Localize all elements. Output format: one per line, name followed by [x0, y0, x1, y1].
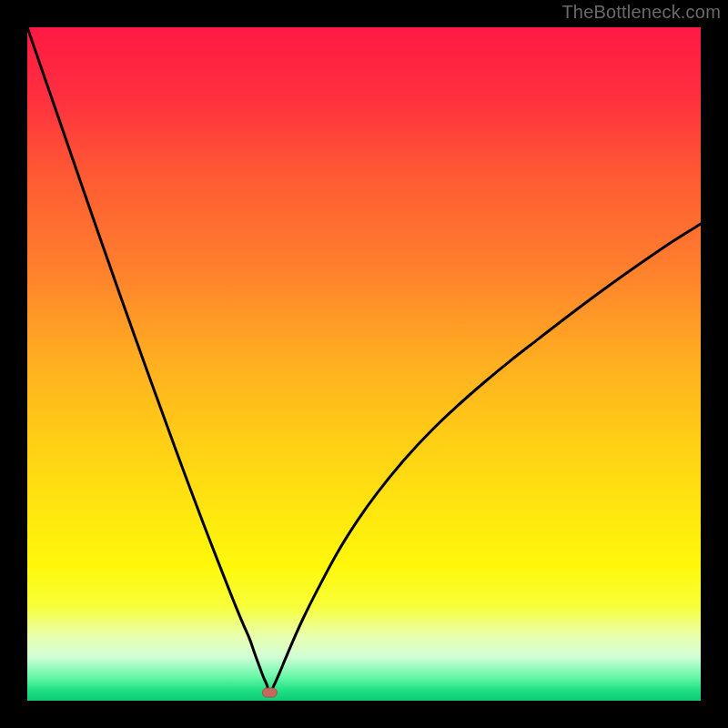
chart-frame: TheBottleneck.com: [0, 0, 728, 728]
plot-area: [27, 27, 701, 701]
watermark-text: TheBottleneck.com: [561, 2, 721, 23]
optimal-marker: [262, 688, 277, 697]
chart-svg: [27, 27, 701, 701]
gradient-background: [27, 27, 701, 701]
